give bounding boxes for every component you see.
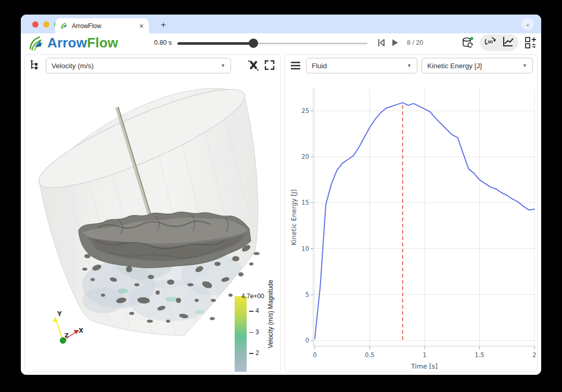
fullscreen-icon[interactable] <box>264 59 276 72</box>
browser-tab[interactable]: ArrowFlow × <box>55 18 149 33</box>
svg-text:1: 1 <box>423 351 426 359</box>
svg-text:15: 15 <box>301 199 309 206</box>
svg-text:Time [s]: Time [s] <box>411 362 438 370</box>
magic-wand-icon[interactable] <box>247 59 260 72</box>
dataset-dropdown-value: Fluid <box>312 62 327 70</box>
time-slider[interactable] <box>177 36 367 50</box>
favicon-arrowflow <box>60 22 68 30</box>
svg-text:0: 0 <box>313 351 316 359</box>
colorbar-gradient <box>235 296 247 372</box>
svg-text:25: 25 <box>301 107 309 115</box>
menu-icon[interactable] <box>289 59 302 72</box>
svg-text:Kinetic Energy [J]: Kinetic Energy [J] <box>290 189 298 246</box>
svg-text:10: 10 <box>301 245 309 252</box>
time-label: 0.80 s <box>154 39 172 46</box>
viewport-3d[interactable]: Y X Z 4.7e+00 0.0e+00 4321 Velocity (m/s… <box>25 77 280 372</box>
colorbar-tick-label: 3 <box>249 328 259 336</box>
svg-text:2: 2 <box>532 351 536 359</box>
field-dropdown-value: Velocity (m/s) <box>52 62 94 70</box>
svg-text:5: 5 <box>305 291 309 298</box>
svg-text:20: 20 <box>301 153 309 160</box>
svg-text:3D: 3D <box>488 40 493 44</box>
colorbar-tick-label: 1 <box>249 371 259 372</box>
data-sync-icon[interactable] <box>461 35 475 52</box>
app-logo: ArrowFlow <box>29 35 118 51</box>
chevron-down-icon: ▼ <box>518 63 527 68</box>
colorbar: 4.7e+00 0.0e+00 4321 Velocity (m/s) Magn… <box>235 294 280 372</box>
add-dataset-icon[interactable] <box>523 35 538 52</box>
tab-strip: ArrowFlow × + ⌄ <box>21 15 541 33</box>
chevron-down-icon: ▼ <box>403 63 412 68</box>
svg-text:Z: Z <box>65 332 69 339</box>
colorbar-title: Velocity (m/s) Magnitude <box>267 280 274 348</box>
orientation-axes: Y X Z <box>53 310 84 344</box>
tab-close-icon[interactable]: × <box>139 22 144 30</box>
tab-search-chevron-icon[interactable]: ⌄ <box>521 18 534 30</box>
logo-text: ArrowFlow <box>47 35 118 51</box>
colorbar-tick-label: 2 <box>249 349 259 357</box>
close-window-button[interactable] <box>32 21 39 28</box>
app-header: ArrowFlow 0.80 s 8 / 20 <box>21 33 541 53</box>
chart-area[interactable]: 051015202500.511.52Time [s]Kinetic Energ… <box>285 77 537 372</box>
scene-tree-icon[interactable] <box>29 59 42 72</box>
tab-title: ArrowFlow <box>72 22 139 30</box>
svg-text:X: X <box>79 327 84 334</box>
metric-dropdown-value: Kinetic Energy [J] <box>427 62 482 70</box>
panel-3d-toolbar: Velocity (m/s) ▼ <box>25 55 280 77</box>
minimize-window-button[interactable] <box>43 21 49 28</box>
svg-text:0.5: 0.5 <box>365 351 374 359</box>
browser-window: ArrowFlow × + ⌄ ArrowFlow 0.80 s <box>21 15 541 375</box>
svg-text:1.5: 1.5 <box>475 351 484 359</box>
field-dropdown[interactable]: Velocity (m/s) ▼ <box>46 58 231 73</box>
arrowflow-logo-icon <box>29 35 45 51</box>
frame-counter: 8 / 20 <box>407 39 423 46</box>
chart-view-icon[interactable] <box>501 35 515 50</box>
slider-thumb[interactable] <box>249 39 258 48</box>
slider-fill <box>177 42 253 45</box>
skip-to-start-button[interactable] <box>375 36 388 49</box>
main-area: Velocity (m/s) ▼ <box>21 53 541 375</box>
colorbar-max-label: 4.7e+00 <box>241 293 264 300</box>
svg-text:0: 0 <box>305 337 309 344</box>
dataset-dropdown[interactable]: Fluid ▼ <box>306 58 417 73</box>
chevron-down-icon: ▼ <box>216 63 225 68</box>
chart-svg[interactable]: 051015202500.511.52Time [s]Kinetic Energ… <box>285 77 537 374</box>
svg-text:Y: Y <box>57 310 62 318</box>
metric-dropdown[interactable]: Kinetic Energy [J] ▼ <box>422 58 533 73</box>
new-tab-button[interactable]: + <box>157 19 170 31</box>
play-button[interactable] <box>388 36 401 49</box>
view-mode-toggle: 3D <box>480 34 518 51</box>
rotate-3d-icon[interactable]: 3D <box>483 35 497 50</box>
colorbar-tick-label: 4 <box>249 307 259 314</box>
panel-chart: Fluid ▼ Kinetic Energy [J] ▼ 05101520250… <box>285 54 538 372</box>
panel-chart-toolbar: Fluid ▼ Kinetic Energy [J] ▼ <box>285 55 537 77</box>
panel-3d: Velocity (m/s) ▼ <box>24 54 281 372</box>
